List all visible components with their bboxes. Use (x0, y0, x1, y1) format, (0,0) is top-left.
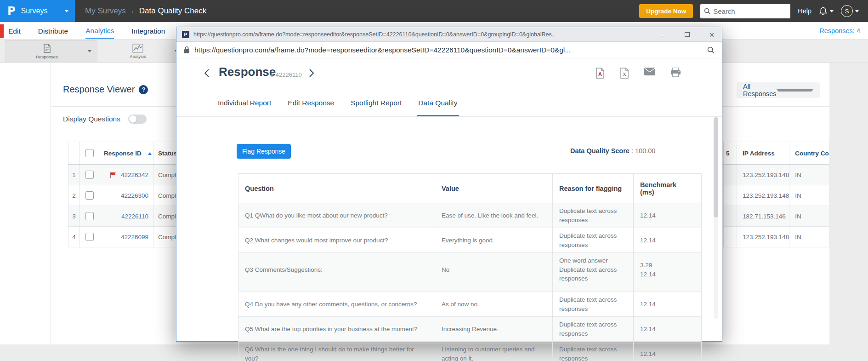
help-link[interactable]: Help (798, 7, 811, 15)
address-url[interactable]: https://questionpro.com/a/frame.do?mode=… (194, 46, 703, 54)
app-root: P Surveys My Surveys › Data Quality Chec… (0, 0, 868, 361)
question-cell: Q1 QWhat do you like most about our new … (238, 203, 435, 228)
page-title-row: Response Viewer ? (63, 84, 148, 95)
corner-cell (68, 142, 80, 165)
flag-response-button[interactable]: Flag Response (237, 144, 291, 159)
search-input[interactable] (713, 7, 782, 15)
table-row: 1 42226342 Comple (68, 165, 186, 185)
response-id-link[interactable]: 42226300 (121, 192, 148, 199)
all-responses-label: All Responses (743, 83, 777, 97)
feedback-side-tab[interactable] (0, 24, 4, 38)
tab-distribute[interactable]: Distribute (38, 23, 68, 38)
table-row: 123.252.193.148 IN (724, 165, 829, 185)
breadcrumb-my-surveys[interactable]: My Surveys (85, 6, 126, 16)
partial-cell (724, 185, 737, 206)
select-all-checkbox[interactable] (85, 149, 94, 157)
table-row: 123.252.193.148 IN (724, 227, 829, 247)
reason-cell: Duplicate text across responses (553, 342, 634, 361)
response-id-cell: 42226099 (99, 227, 153, 247)
tab-integration[interactable]: Integration (131, 23, 165, 38)
toolbar-responses-tile[interactable]: Responses (6, 40, 97, 62)
row-checkbox[interactable] (85, 191, 94, 200)
questionpro-favicon: P (182, 31, 189, 38)
quality-table: Question Value Reason for flagging Bench… (238, 173, 702, 361)
window-titlebar[interactable]: P https://questionpro.com/a/frame.do?mod… (176, 27, 722, 42)
maximize-button[interactable] (683, 31, 691, 38)
previous-response-icon[interactable] (204, 69, 210, 78)
search-box[interactable] (700, 4, 790, 18)
chevron-down-icon[interactable] (88, 50, 91, 52)
checkbox-cell (80, 165, 99, 185)
response-tabs: Individual Report Edit Response Spotligh… (176, 89, 722, 117)
response-id-header[interactable]: Response ID (99, 142, 153, 165)
left-margin (0, 63, 51, 344)
next-response-icon[interactable] (309, 69, 314, 78)
survey-nav-tabs: Edit Distribute Analytics Integration (8, 22, 165, 40)
question-cell: Q5 What are the top priorities in your b… (238, 317, 435, 342)
country-code-header[interactable]: Country Co (789, 142, 829, 165)
response-id-link[interactable]: 42226099 (121, 234, 148, 241)
upgrade-now-button[interactable]: Upgrade Now (639, 4, 693, 18)
reason-cell: Duplicate text across responses (553, 203, 634, 228)
display-questions-toggle[interactable] (128, 115, 147, 124)
lock-icon (184, 46, 190, 54)
close-icon[interactable]: × (708, 31, 715, 38)
account-menu[interactable]: S (841, 5, 859, 17)
responses-table-grid: Response ID Status 1 42226342 Comple (68, 142, 186, 247)
tab-spotlight-report[interactable]: Spotlight Report (349, 99, 403, 116)
chevron-down-icon (777, 89, 813, 92)
help-circle-icon[interactable]: ? (139, 85, 148, 94)
value-cell: Listening to customer queries and acting… (435, 342, 553, 361)
email-icon[interactable] (644, 68, 655, 79)
export-actions: A X (596, 68, 681, 79)
product-switcher[interactable]: P Surveys (0, 0, 75, 22)
minimize-button[interactable] (658, 31, 666, 38)
checkbox-cell (80, 227, 99, 247)
export-excel-icon[interactable]: X (620, 68, 629, 79)
responses-count: Responses: 4 (819, 22, 860, 40)
table-row: Q5 What are the top priorities in your b… (238, 317, 702, 342)
response-id-cell: 42226342 (99, 165, 153, 185)
reason-cell: Duplicate text across responses (553, 292, 634, 316)
tab-individual-report[interactable]: Individual Report (216, 99, 272, 116)
value-cell: As of now no. (435, 292, 553, 316)
row-checkbox[interactable] (85, 212, 94, 220)
print-icon[interactable] (670, 68, 681, 79)
chevron-down-icon (855, 10, 859, 12)
question-cell: Q6 What is the one thing I should do to … (238, 342, 435, 361)
response-id-link[interactable]: 42226110 (121, 213, 148, 220)
details-table-grid: 5 IP Address Country Co 123.252.193.148 … (723, 142, 829, 247)
scrollbar-thumb[interactable] (714, 117, 718, 218)
table-row: Q4 Do you have any other comments, quest… (238, 292, 702, 316)
select-all-cell (80, 142, 99, 165)
all-responses-dropdown[interactable]: All Responses (737, 82, 820, 98)
response-id-link[interactable]: 42226342 (121, 172, 148, 178)
modal-scrollbar (714, 117, 718, 319)
reason-header: Reason for flagging (553, 174, 634, 203)
toolbar-analysis-label: Analysis (130, 54, 146, 59)
response-id-cell: 42226300 (99, 185, 153, 206)
score-label: Data Quality Score (570, 147, 630, 155)
chevron-down-icon (830, 10, 834, 12)
avatar: S (841, 5, 853, 17)
tab-analytics[interactable]: Analytics (85, 23, 114, 39)
row-checkbox[interactable] (85, 233, 94, 241)
address-bar[interactable]: https://questionpro.com/a/frame.do?mode=… (176, 42, 722, 58)
ip-address-header[interactable]: IP Address (737, 142, 789, 165)
country-cell: IN (789, 185, 829, 206)
breadcrumb-separator-icon: › (131, 7, 134, 15)
ip-cell: 123.252.193.148 (737, 165, 789, 185)
responses-doc-icon (42, 43, 51, 53)
notifications-button[interactable] (819, 6, 834, 16)
toolbar-analysis-tile[interactable]: Analysis (101, 40, 184, 62)
zoom-page-icon[interactable] (707, 46, 715, 54)
table-row: Q3 Comments/Suggestions: No One word ans… (238, 253, 702, 292)
tab-edit[interactable]: Edit (8, 23, 21, 38)
row-checkbox[interactable] (85, 171, 94, 179)
export-pdf-icon[interactable]: A (596, 68, 605, 79)
partial-cell (724, 165, 737, 185)
tab-edit-response[interactable]: Edit Response (286, 99, 335, 116)
table-row: 123.252.193.148 IN (724, 185, 829, 206)
tab-data-quality[interactable]: Data Quality (417, 99, 459, 116)
question-cell: Q3 Comments/Suggestions: (238, 253, 435, 292)
